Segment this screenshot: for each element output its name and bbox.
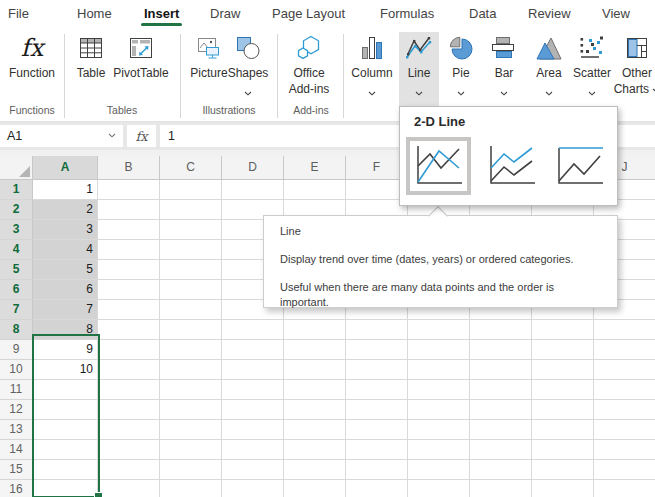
cell-A8[interactable]: 8 — [33, 320, 98, 340]
cell-C14[interactable] — [160, 440, 222, 460]
line-chart-button[interactable]: Line — [399, 32, 439, 106]
cell-H8[interactable] — [470, 320, 532, 340]
cell-C10[interactable] — [160, 360, 222, 380]
cell-I11[interactable] — [532, 380, 594, 400]
cell-C2[interactable] — [160, 200, 222, 220]
cell-C4[interactable] — [160, 240, 222, 260]
cell-C15[interactable] — [160, 460, 222, 480]
cell-D11[interactable] — [222, 380, 284, 400]
cell-D1[interactable] — [222, 180, 284, 200]
cell-I13[interactable] — [532, 420, 594, 440]
select-all-button[interactable] — [0, 156, 33, 180]
cell-J9[interactable] — [594, 340, 655, 360]
cell-E8[interactable] — [284, 320, 346, 340]
tab-data[interactable]: Data — [469, 0, 496, 27]
cell-G9[interactable] — [408, 340, 470, 360]
row-header-13[interactable]: 13 — [0, 420, 33, 440]
cell-B8[interactable] — [98, 320, 160, 340]
chevron-down-icon[interactable] — [108, 133, 116, 138]
cell-D13[interactable] — [222, 420, 284, 440]
column-chart-button[interactable]: Column — [346, 32, 398, 88]
cell-B1[interactable] — [98, 180, 160, 200]
row-header-9[interactable]: 9 — [0, 340, 33, 360]
cell-G11[interactable] — [408, 380, 470, 400]
cell-E14[interactable] — [284, 440, 346, 460]
cell-A1[interactable]: 1 — [33, 180, 98, 200]
cell-A16[interactable] — [33, 480, 98, 497]
column-header-B[interactable]: B — [98, 156, 160, 180]
cell-I14[interactable] — [532, 440, 594, 460]
pie-chart-button[interactable]: Pie — [441, 32, 481, 88]
cell-I9[interactable] — [532, 340, 594, 360]
row-header-16[interactable]: 16 — [0, 480, 33, 497]
cell-A11[interactable] — [33, 380, 98, 400]
cell-H9[interactable] — [470, 340, 532, 360]
cell-E16[interactable] — [284, 480, 346, 497]
tab-file[interactable]: File — [8, 0, 29, 27]
cell-J16[interactable] — [594, 480, 655, 497]
cell-J13[interactable] — [594, 420, 655, 440]
cell-F9[interactable] — [346, 340, 408, 360]
cell-F11[interactable] — [346, 380, 408, 400]
cell-C7[interactable] — [160, 300, 222, 320]
column-header-E[interactable]: E — [284, 156, 346, 180]
cell-J14[interactable] — [594, 440, 655, 460]
cell-F10[interactable] — [346, 360, 408, 380]
bar-chart-button[interactable]: Bar — [484, 32, 524, 88]
cell-J11[interactable] — [594, 380, 655, 400]
cell-B14[interactable] — [98, 440, 160, 460]
cell-A6[interactable]: 6 — [33, 280, 98, 300]
cell-H11[interactable] — [470, 380, 532, 400]
other-charts-button[interactable]: Other Charts — [612, 32, 655, 96]
row-header-5[interactable]: 5 — [0, 260, 33, 280]
cell-C16[interactable] — [160, 480, 222, 497]
cell-H15[interactable] — [470, 460, 532, 480]
cell-G13[interactable] — [408, 420, 470, 440]
cell-C1[interactable] — [160, 180, 222, 200]
cell-A7[interactable]: 7 — [33, 300, 98, 320]
cell-B5[interactable] — [98, 260, 160, 280]
cell-C9[interactable] — [160, 340, 222, 360]
cell-A14[interactable] — [33, 440, 98, 460]
row-header-7[interactable]: 7 — [0, 300, 33, 320]
name-box[interactable]: A1 — [0, 125, 123, 147]
cell-F16[interactable] — [346, 480, 408, 497]
tab-draw[interactable]: Draw — [210, 0, 240, 27]
cell-H12[interactable] — [470, 400, 532, 420]
area-chart-button[interactable]: Area — [529, 32, 569, 88]
cell-A15[interactable] — [33, 460, 98, 480]
column-header-A[interactable]: A — [33, 156, 98, 180]
column-header-C[interactable]: C — [160, 156, 222, 180]
cell-G8[interactable] — [408, 320, 470, 340]
option-line[interactable] — [406, 137, 471, 195]
cell-H16[interactable] — [470, 480, 532, 497]
cell-F12[interactable] — [346, 400, 408, 420]
cell-A13[interactable] — [33, 420, 98, 440]
cell-E11[interactable] — [284, 380, 346, 400]
row-header-4[interactable]: 4 — [0, 240, 33, 260]
row-header-2[interactable]: 2 — [0, 200, 33, 220]
row-header-3[interactable]: 3 — [0, 220, 33, 240]
cell-B7[interactable] — [98, 300, 160, 320]
tab-formulas[interactable]: Formulas — [380, 0, 434, 27]
cell-D14[interactable] — [222, 440, 284, 460]
cell-D15[interactable] — [222, 460, 284, 480]
row-header-11[interactable]: 11 — [0, 380, 33, 400]
cell-F13[interactable] — [346, 420, 408, 440]
option-100-stacked-line[interactable] — [552, 144, 607, 190]
cell-E9[interactable] — [284, 340, 346, 360]
cell-H10[interactable] — [470, 360, 532, 380]
cell-G12[interactable] — [408, 400, 470, 420]
cell-A9[interactable]: 9 — [33, 340, 98, 360]
cell-E13[interactable] — [284, 420, 346, 440]
cell-D8[interactable] — [222, 320, 284, 340]
cell-F14[interactable] — [346, 440, 408, 460]
cell-I8[interactable] — [532, 320, 594, 340]
fill-handle[interactable] — [94, 492, 103, 497]
cell-A12[interactable] — [33, 400, 98, 420]
cell-B13[interactable] — [98, 420, 160, 440]
cell-C8[interactable] — [160, 320, 222, 340]
cell-A4[interactable]: 4 — [33, 240, 98, 260]
cell-A5[interactable]: 5 — [33, 260, 98, 280]
shapes-button[interactable]: Shapes — [222, 32, 274, 88]
